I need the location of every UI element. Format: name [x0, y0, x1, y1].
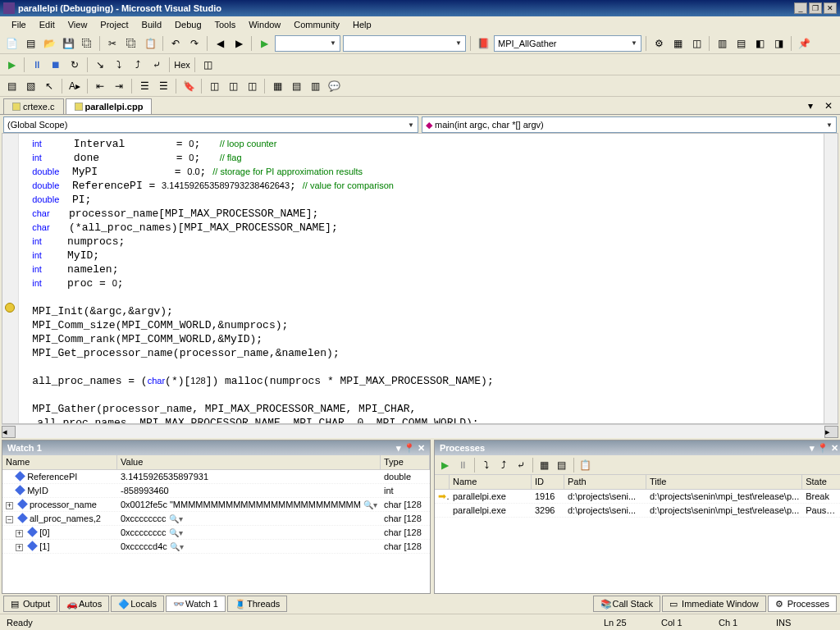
step-over-icon[interactable]: ⤴ [130, 57, 146, 73]
tab-watch-1[interactable]: 👓Watch 1 [166, 596, 226, 612]
play-icon[interactable]: ▶ [256, 35, 272, 52]
tool6-icon[interactable]: ◧ [751, 35, 768, 52]
watch-row[interactable]: MyID-858993460int [2, 484, 430, 498]
proc-detach-icon[interactable]: ▦ [537, 458, 552, 472]
paste-icon[interactable]: 📋 [142, 35, 158, 52]
tab-threads[interactable]: 🧵Threads [227, 596, 287, 612]
vscrollbar[interactable] [824, 134, 838, 423]
watch-row[interactable]: +processor_name0x0012fe5c "MMMMMMMMMMMMM… [2, 498, 430, 512]
b5-icon[interactable]: ▤ [288, 78, 304, 94]
redo-icon[interactable]: ↷ [186, 35, 203, 52]
scope-left-combo[interactable]: (Global Scope)▼ [3, 116, 418, 133]
font-icon[interactable]: A▸ [66, 78, 83, 94]
menu-debug[interactable]: Debug [168, 20, 208, 30]
proc-pause-icon[interactable]: ⏸ [455, 458, 470, 472]
watch-row[interactable]: −all_proc_names,20xcccccccc 🔍▾char [128 [2, 512, 430, 526]
tool3-icon[interactable]: ◫ [688, 35, 705, 52]
restart-icon[interactable]: ↻ [66, 57, 83, 73]
tab-processes[interactable]: ⚙Processes [768, 596, 837, 612]
step-into-icon[interactable]: ⤵ [111, 57, 127, 73]
callout-icon[interactable]: 💬 [326, 78, 342, 94]
mpi-combo[interactable]: MPI_AllGather▼ [494, 35, 641, 52]
indent-icon[interactable]: ⇥ [111, 78, 127, 94]
proc-terminate-icon[interactable]: ▤ [555, 458, 569, 472]
pointer-icon[interactable]: ↖ [41, 78, 57, 94]
panel-pin-icon[interactable]: 📍 [817, 443, 829, 454]
menu-tools[interactable]: Tools [208, 20, 243, 30]
copy-icon[interactable]: ⿻ [123, 35, 139, 52]
menu-file[interactable]: File [5, 20, 33, 30]
proc-continue-icon[interactable]: ▶ [438, 458, 453, 472]
tab-call-stack[interactable]: 📚Call Stack [593, 596, 661, 612]
panel-menu-icon[interactable]: ▾ [810, 443, 815, 454]
save-icon[interactable]: 💾 [60, 35, 76, 52]
tab-scroll-icon[interactable]: ▾ [802, 98, 819, 114]
pin-icon[interactable]: 📌 [796, 35, 812, 52]
tab-locals[interactable]: 🔷Locals [111, 596, 164, 612]
breakpoint-icon[interactable] [5, 303, 15, 313]
tab-close-icon[interactable]: ✕ [820, 98, 837, 114]
stop-icon[interactable]: ⏹ [48, 57, 64, 73]
menu-window[interactable]: Window [242, 20, 287, 30]
t1-icon[interactable]: ▤ [3, 78, 20, 94]
panel-close-icon[interactable]: ✕ [831, 443, 838, 454]
b4-icon[interactable]: ▦ [269, 78, 285, 94]
restore-button[interactable]: ❐ [809, 2, 822, 14]
tool4-icon[interactable]: ▥ [714, 35, 730, 52]
watch-row[interactable]: +[1]0xcccccd4c 🔍▾char [128 [2, 540, 430, 554]
menu-help[interactable]: Help [346, 20, 378, 30]
watch-grid[interactable]: NameValueType ReferencePI3.1415926535897… [2, 455, 430, 593]
proc-step1-icon[interactable]: ⤵ [479, 458, 494, 472]
b3-icon[interactable]: ◫ [244, 78, 260, 94]
uncomment-icon[interactable]: ☰ [155, 78, 171, 94]
panel-pin-icon[interactable]: 📍 [404, 443, 415, 454]
b2-icon[interactable]: ◫ [225, 78, 241, 94]
tool7-icon[interactable]: ◨ [770, 35, 787, 52]
pause-icon[interactable]: ⏸ [29, 57, 45, 73]
debug-window-icon[interactable]: ◫ [199, 57, 216, 73]
new-project-icon[interactable]: 📄 [3, 35, 20, 52]
platform-combo[interactable]: ▼ [343, 35, 466, 52]
outdent-icon[interactable]: ⇤ [92, 78, 108, 94]
tab-output[interactable]: ▤Output [3, 596, 57, 612]
tab-immediate-window[interactable]: ▭Immediate Window [662, 596, 766, 612]
nav-back-icon[interactable]: ◀ [212, 35, 228, 52]
proc-step3-icon[interactable]: ⤶ [514, 458, 528, 472]
gutter[interactable] [2, 134, 19, 423]
code-area[interactable]: int Interval = 0; // loop counter int do… [19, 134, 838, 423]
minimize-button[interactable]: _ [794, 2, 807, 14]
book-icon[interactable]: 📕 [475, 35, 491, 52]
panel-close-icon[interactable]: ✕ [418, 443, 425, 454]
hscrollbar[interactable]: ◂▸ [2, 424, 838, 438]
save-all-icon[interactable]: ⿻ [79, 35, 95, 52]
b1-icon[interactable]: ◫ [206, 78, 222, 94]
process-row[interactable]: parallelpi.exe3296d:\projects\seni...d:\… [435, 504, 840, 518]
menu-project[interactable]: Project [94, 20, 135, 30]
b6-icon[interactable]: ▥ [307, 78, 323, 94]
config-combo[interactable]: ▼ [275, 35, 340, 52]
tab-parallelpi[interactable]: parallelpi.cpp [66, 98, 153, 114]
menu-community[interactable]: Community [287, 20, 346, 30]
close-button[interactable]: ✕ [824, 2, 837, 14]
comment-icon[interactable]: ☰ [136, 78, 153, 94]
code-editor[interactable]: int Interval = 0; // loop counter int do… [2, 133, 838, 424]
processes-grid[interactable]: NameIDPathTitleState➡parallelpi.exe1916d… [435, 475, 840, 593]
continue-icon[interactable]: ▶ [3, 57, 20, 73]
tool2-icon[interactable]: ▦ [669, 35, 686, 52]
nav-fwd-icon[interactable]: ▶ [231, 35, 247, 52]
proc-attach-icon[interactable]: 📋 [578, 458, 593, 472]
menu-build[interactable]: Build [135, 20, 168, 30]
watch-row[interactable]: +[0]0xcccccccc 🔍▾char [128 [2, 526, 430, 540]
proc-step2-icon[interactable]: ⤴ [496, 458, 511, 472]
scope-right-combo[interactable]: ◆ main(int argc, char *[] argv)▼ [422, 116, 837, 133]
tab-crtexe[interactable]: crtexe.c [3, 98, 64, 114]
cut-icon[interactable]: ✂ [104, 35, 121, 52]
hex-toggle[interactable]: Hex [174, 57, 190, 73]
undo-icon[interactable]: ↶ [167, 35, 184, 52]
add-item-icon[interactable]: ▤ [22, 35, 39, 52]
bookmark-icon[interactable]: 🔖 [180, 78, 197, 94]
tab-autos[interactable]: 🚗Autos [59, 596, 109, 612]
panel-menu-icon[interactable]: ▾ [396, 443, 401, 454]
tool-icon[interactable]: ⚙ [651, 35, 667, 52]
step-out-icon[interactable]: ⤶ [148, 57, 165, 73]
